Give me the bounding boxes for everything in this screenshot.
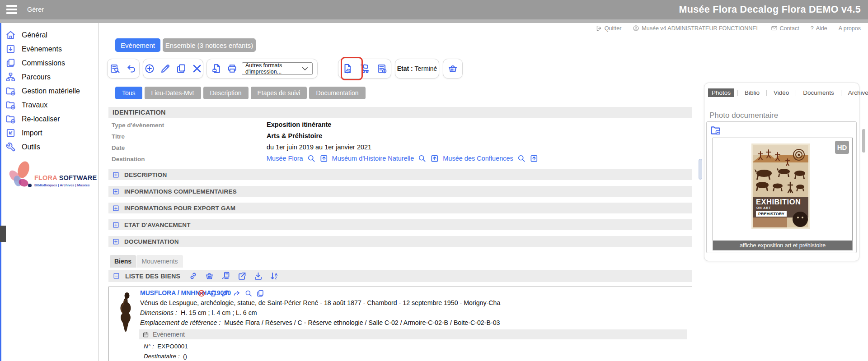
dimensions-label: Dimensions : bbox=[140, 309, 177, 316]
folder-image-icon[interactable] bbox=[710, 125, 722, 136]
tab-documents[interactable]: Documents bbox=[799, 88, 837, 97]
tab-lieu-dates-mvt[interactable]: Lieu-Dates-Mvt bbox=[145, 87, 201, 99]
section-title: DOCUMENTATION bbox=[124, 238, 179, 245]
folder-globe-icon bbox=[5, 100, 16, 110]
open-record-icon[interactable] bbox=[430, 154, 439, 163]
destination-link[interactable]: Muséum d'Histoire Naturelle bbox=[332, 155, 414, 162]
sidebar-item-label: Général bbox=[22, 31, 47, 39]
quit-button[interactable]: Quitter bbox=[596, 25, 622, 32]
copy-icon[interactable] bbox=[256, 289, 264, 297]
field-value-titre: Arts & Préhistoire bbox=[267, 132, 322, 139]
sidebar-item-import[interactable]: Import bbox=[5, 126, 96, 140]
help-label: Aide bbox=[816, 25, 827, 32]
open-record-icon[interactable] bbox=[530, 154, 539, 163]
doc-attach-icon[interactable] bbox=[342, 63, 353, 74]
hamburger-menu-icon[interactable] bbox=[6, 5, 17, 14]
tab-archives[interactable]: Archives bbox=[845, 88, 868, 97]
sidebar-item-outils[interactable]: Outils bbox=[5, 140, 96, 154]
print-doc-icon[interactable] bbox=[211, 63, 222, 74]
identification-header: IDENTIFICATION bbox=[108, 107, 692, 118]
tab-documentation[interactable]: Documentation bbox=[309, 87, 365, 99]
undo-icon[interactable] bbox=[126, 63, 137, 74]
tab-photos[interactable]: Photos bbox=[708, 88, 734, 97]
tab-mouvements[interactable]: Mouvements bbox=[136, 255, 183, 268]
tab-description[interactable]: Description bbox=[203, 87, 249, 99]
search-icon[interactable] bbox=[418, 154, 427, 163]
quit-label: Quitter bbox=[605, 25, 622, 32]
tab-etapes-de-suivi[interactable]: Etapes de suivi bbox=[251, 87, 307, 99]
download-icon[interactable] bbox=[253, 271, 263, 281]
panel-toggle-tab[interactable] bbox=[0, 226, 6, 242]
collapse-icon[interactable] bbox=[113, 273, 120, 279]
about-link[interactable]: A propos bbox=[839, 25, 861, 32]
tab-separator bbox=[841, 90, 841, 96]
printer-icon[interactable] bbox=[227, 63, 238, 74]
expand-icon[interactable] bbox=[113, 171, 119, 178]
search-icon[interactable] bbox=[517, 154, 526, 163]
tab-separator bbox=[737, 90, 738, 96]
remove-icon[interactable] bbox=[197, 289, 206, 297]
exit-icon bbox=[596, 25, 602, 32]
add-icon[interactable] bbox=[144, 63, 155, 74]
folder-globe-icon bbox=[5, 86, 16, 96]
basket-button[interactable] bbox=[443, 59, 463, 79]
search-icon[interactable] bbox=[307, 154, 316, 163]
expand-icon[interactable] bbox=[113, 205, 119, 212]
destinataire-label: Destinataire : bbox=[144, 353, 180, 360]
expand-icon[interactable] bbox=[113, 222, 119, 228]
destination-link[interactable]: Musée Flora bbox=[267, 155, 303, 162]
numero-label: N° : bbox=[144, 343, 154, 350]
folder-globe-icon bbox=[5, 114, 16, 124]
sort-icon[interactable] bbox=[270, 271, 279, 281]
edit-icon[interactable] bbox=[221, 289, 229, 297]
basket-icon[interactable] bbox=[205, 271, 214, 281]
hand-doc-icon[interactable] bbox=[221, 271, 230, 281]
sidebar-item-gestion-materielle[interactable]: Gestion matérielle bbox=[5, 84, 96, 98]
list-search-icon[interactable] bbox=[110, 63, 121, 74]
help-link[interactable]: ? Aide bbox=[811, 25, 827, 32]
copy-icon[interactable] bbox=[176, 63, 187, 74]
search-icon[interactable] bbox=[244, 289, 253, 297]
external-icon[interactable] bbox=[237, 271, 247, 281]
sidebar-item-travaux[interactable]: Travaux bbox=[5, 98, 96, 112]
liste-title: LISTE DES BIENS bbox=[125, 273, 180, 280]
sidebar-item-general[interactable]: Général bbox=[5, 28, 96, 42]
bien-action-icons bbox=[197, 289, 264, 297]
scrollbar-thumb[interactable] bbox=[862, 129, 865, 153]
venus-thumbnail[interactable] bbox=[117, 291, 137, 333]
current-user[interactable]: Musée v4 ADMINISTRATEUR FONCTIONNEL bbox=[633, 25, 759, 32]
section-etat-avancement: ETAT D'AVANCEMENT bbox=[108, 219, 692, 230]
section-title: IDENTIFICATION bbox=[113, 109, 166, 116]
sidebar-item-evenements[interactable]: Evènements bbox=[5, 42, 96, 56]
sidebar-item-commissions[interactable]: Commissions bbox=[5, 56, 96, 70]
panel-resize-handle[interactable] bbox=[699, 159, 702, 180]
section-export-gam: INFORMATIONS POUR EXPORT GAM bbox=[108, 203, 692, 213]
tab-tous[interactable]: Tous bbox=[115, 87, 142, 99]
tab-biblio[interactable]: Biblio bbox=[741, 88, 763, 97]
print-format-select[interactable]: Autres formats d'impression... bbox=[242, 62, 313, 75]
share-icon[interactable] bbox=[233, 289, 241, 297]
notice-add-icon[interactable] bbox=[376, 63, 387, 74]
sidebar-item-relocaliser[interactable]: Re-localiser bbox=[5, 112, 96, 126]
delete-icon[interactable] bbox=[192, 63, 202, 74]
tab-biens[interactable]: Biens bbox=[110, 255, 136, 268]
trash-icon[interactable] bbox=[209, 289, 217, 297]
tab-ensemble[interactable]: Ensemble (3 notices enfants) bbox=[163, 38, 256, 52]
parcours-icon bbox=[5, 72, 16, 82]
mail-icon bbox=[771, 25, 778, 32]
tab-evenement[interactable]: Evènement bbox=[115, 38, 160, 52]
contact-link[interactable]: Contact bbox=[771, 25, 799, 32]
open-record-icon[interactable] bbox=[319, 154, 328, 163]
trolley-icon[interactable] bbox=[359, 63, 370, 74]
expand-icon[interactable] bbox=[113, 238, 119, 245]
chain-icon[interactable] bbox=[188, 271, 198, 281]
edit-icon[interactable] bbox=[160, 63, 171, 74]
sidebar-item-parcours[interactable]: Parcours bbox=[5, 70, 96, 84]
user-name-label: Musée v4 ADMINISTRATEUR FONCTIONNEL bbox=[642, 25, 759, 32]
tab-video[interactable]: Vidéo bbox=[770, 88, 793, 97]
manage-menu-label[interactable]: Gérer bbox=[27, 0, 44, 19]
destination-link[interactable]: Musée des Confluences bbox=[443, 155, 513, 162]
tools-icon bbox=[5, 142, 16, 152]
expand-icon[interactable] bbox=[113, 188, 119, 195]
emplacement-value: Musée Flora / Réserves / C - Réserve eth… bbox=[224, 319, 500, 326]
